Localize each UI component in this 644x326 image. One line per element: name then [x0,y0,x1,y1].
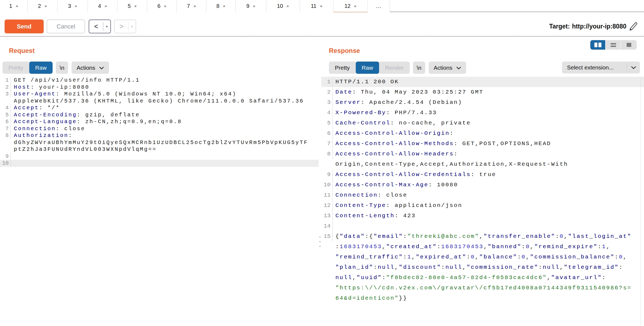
code-text: Accept-Encoding: gzip, deflate [14,111,140,119]
edit-target-icon[interactable] [628,21,638,32]
chevron-down-icon [456,65,461,71]
code-text: HTTP/1.1 200 OK [335,77,399,87]
code-line: 4X-Powered-By: PHP/7.4.33 [321,108,644,118]
code-line: 4Accept: */* [0,104,319,111]
repeater-tab-4[interactable]: 4× [88,0,117,12]
code-line: 14 [321,221,644,231]
code-line: 6Accept-Language: zh-CN,zh;q=0.9,en;q=0.… [0,118,319,125]
repeater-tab-9[interactable]: 9× [236,0,266,12]
request-view-bar: Pretty Raw \n Actions [2,62,109,74]
code-line: null,"uuid":"f8bdec82-80e0-4a57-82d4-f05… [321,273,644,283]
newline-toggle-button[interactable]: \n [413,62,425,74]
tab-label: 4 [98,3,101,9]
rows-view-icon [611,43,616,47]
code-text: Server: Apache/2.4.54 (Debian) [335,97,462,108]
select-extension-dropdown[interactable]: Select extension... [562,62,640,73]
code-text: Connection: close [335,190,407,200]
code-text: "https:\/\/cdn.v2ex.com\/gravatar\/cf5b1… [335,283,632,293]
code-line: "plan_id":null,"discount":null,"commissi… [321,262,644,273]
send-button[interactable]: Send [5,20,44,33]
line-number: 8 [0,132,11,139]
tab-label: 10 [277,3,283,9]
response-tab-pretty[interactable]: Pretty [329,62,356,74]
actions-label: Actions [434,65,452,71]
code-text: :1683170453,"created_at":1683170453,"ban… [335,242,610,252]
code-text: Accept: */* [14,104,60,111]
chevron-down-icon [627,66,640,69]
repeater-tab-8[interactable]: 8× [206,0,236,12]
tab-label: 1 [9,3,12,9]
code-text: "plan_id":null,"discount":null,"commissi… [335,262,623,273]
line-number: 3 [321,97,333,108]
repeater-tab-12[interactable]: 12× [334,0,368,12]
tab-label: 11 [311,3,316,9]
tab-close-icon[interactable]: × [287,4,289,8]
newline-toggle-button[interactable]: \n [56,62,68,74]
tab-close-icon[interactable]: × [253,4,255,8]
repeater-tab-1[interactable]: 1× [0,0,28,12]
layout-single-button[interactable] [621,40,637,50]
repeater-tab-7[interactable]: 7× [177,0,206,12]
code-text: Accept-Language: zh-CN,zh;q=0.9,en;q=0.8 [14,118,182,125]
tab-close-icon[interactable]: × [75,4,77,8]
tab-label: 12 [344,3,350,9]
code-text: Access-Control-Allow-Headers: [335,149,458,159]
code-line: "remind_traffic":1,"expired_at":0,"balan… [321,252,644,262]
request-tab-pretty[interactable]: Pretty [2,62,29,74]
layout-switcher [590,40,637,50]
tab-close-icon[interactable]: × [164,4,166,8]
code-line: :1683170453,"created_at":1683170453,"ban… [321,242,644,252]
cancel-button[interactable]: Cancel [47,20,85,33]
repeater-tab-6[interactable]: 6× [147,0,177,12]
layout-columns-button[interactable] [590,40,606,50]
repeater-tab-5[interactable]: 5× [117,0,147,12]
code-text: Cache-Control: no-cache, private [335,118,471,128]
tab-close-icon[interactable]: × [105,4,107,8]
line-number: 2 [321,87,333,97]
request-editor[interactable]: 1GET /api/v1/user/info HTTP/1.12Host: yo… [0,77,319,326]
tab-close-icon[interactable]: × [44,4,47,8]
line-number: 7 [321,139,333,149]
tab-close-icon[interactable]: × [134,4,137,8]
repeater-tab-10[interactable]: 10× [266,0,300,12]
repeater-tab-2[interactable]: 2× [28,0,57,12]
code-line: 11Connection: close [321,190,644,200]
back-dropdown-icon[interactable]: ▼ [103,25,110,28]
layout-rows-button[interactable] [606,40,621,50]
code-line: "https:\/\/cdn.v2ex.com\/gravatar\/cf5b1… [321,283,644,293]
code-line: 3User-Agent: Mozilla/5.0 (Windows NT 10.… [0,91,319,98]
back-button[interactable]: < ▼ [89,20,111,33]
tab-label: 3 [68,3,71,9]
tab-close-icon[interactable]: × [223,4,225,8]
code-line: 5Accept-Encoding: gzip, deflate [0,111,319,119]
tab-close-icon[interactable]: × [320,4,322,8]
code-text: Connection: close [14,125,85,132]
response-editor[interactable]: 1HTTP/1.1 200 OK2Date: Thu, 04 May 2023 … [321,77,644,326]
response-actions-dropdown[interactable]: Actions [429,62,466,74]
repeater-tab-3[interactable]: 3× [57,0,88,12]
actions-label: Actions [76,65,95,71]
line-number: 5 [0,111,11,119]
code-line: 8Access-Control-Allow-Headers: [321,149,644,159]
tab-label: 6 [158,3,161,9]
forward-button: > ▼ [114,20,136,33]
panel-splitter-handle[interactable] [319,37,321,326]
code-line: 2Host: your-ip:8080 [0,84,319,91]
tab-close-icon[interactable]: × [354,4,357,8]
tab-close-icon[interactable]: × [194,4,196,8]
response-tab-render[interactable]: Render [379,62,410,74]
code-text: GET /api/v1/user/info HTTP/1.1 [14,77,140,84]
code-text: Authorization: [14,132,73,139]
tab-close-icon[interactable]: × [16,4,18,8]
chevron-down-icon [99,65,104,71]
target-url: http://your-ip:8080 [572,23,626,30]
request-tab-raw[interactable]: Raw [29,62,53,74]
code-line: 13Content-Length: 423 [321,211,644,221]
request-actions-dropdown[interactable]: Actions [72,62,109,74]
more-tabs-tab[interactable]: ... [368,0,390,12]
response-tab-raw[interactable]: Raw [356,62,379,74]
line-number: 12 [321,200,333,211]
repeater-tab-11[interactable]: 11× [300,0,334,12]
code-line: 9 [0,153,319,160]
code-line: 15{"data":{"email":"threeki@abc.com","tr… [321,231,644,242]
